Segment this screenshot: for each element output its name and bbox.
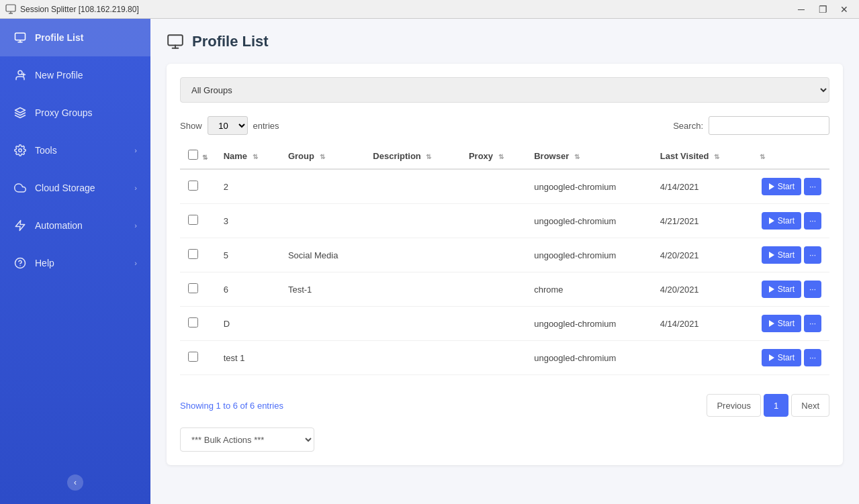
th-proxy[interactable]: Proxy ⇅ — [461, 143, 526, 169]
page-1-button[interactable]: 1 — [764, 394, 788, 417]
row-last-visited-cell: 4/21/2021 — [652, 204, 749, 238]
row-checkbox-2[interactable] — [188, 249, 198, 259]
row-checkbox-0[interactable] — [188, 181, 198, 191]
more-button-3[interactable]: ··· — [804, 281, 821, 298]
row-name-cell: 2 — [216, 169, 280, 204]
sidebar-item-help[interactable]: Help › — [0, 244, 150, 282]
app-icon — [5, 4, 16, 15]
page-header: Profile List — [167, 32, 843, 50]
row-checkbox-5[interactable] — [188, 352, 198, 362]
group-select[interactable]: All Groups — [180, 77, 829, 103]
chevron-right-icon: › — [134, 221, 137, 230]
title-bar: Session Splitter [108.162.219.80] ─ ❐ ✕ — [0, 0, 859, 19]
row-description-cell — [365, 204, 461, 238]
monitor-icon — [13, 31, 27, 44]
entries-select[interactable]: 102550100 — [208, 116, 248, 135]
action-btns: Start ··· — [757, 349, 821, 366]
sidebar-collapse-button[interactable]: ‹ — [67, 474, 83, 491]
search-label: Search: — [673, 121, 703, 131]
th-last-visited[interactable]: Last Visited ⇅ — [652, 143, 749, 169]
row-proxy-cell — [461, 307, 526, 341]
minimize-button[interactable]: ─ — [792, 2, 811, 17]
svg-marker-19 — [769, 252, 774, 258]
row-actions-cell: Start ··· — [749, 307, 829, 341]
start-button-5[interactable]: Start — [762, 349, 801, 366]
row-proxy-cell — [461, 169, 526, 204]
th-group[interactable]: Group ⇅ — [280, 143, 365, 169]
sort-icon-browser: ⇅ — [574, 153, 580, 160]
select-all-checkbox[interactable] — [188, 150, 198, 160]
start-button-2[interactable]: Start — [762, 246, 801, 264]
table-row: 5 Social Media ungoogled-chromium 4/20/2… — [180, 238, 829, 272]
sort-icon-proxy: ⇅ — [498, 153, 504, 160]
row-name-cell: 3 — [216, 204, 280, 238]
row-proxy-cell — [461, 238, 526, 272]
sidebar-item-cloud-storage[interactable]: Cloud Storage › — [0, 169, 150, 207]
row-actions-cell: Start ··· — [749, 169, 829, 204]
sidebar-item-automation[interactable]: Automation › — [0, 207, 150, 244]
bulk-actions-select[interactable]: *** Bulk Actions ***Delete SelectedExpor… — [180, 427, 314, 452]
search-box: Search: — [673, 116, 829, 135]
row-checkbox-4[interactable] — [188, 317, 198, 327]
start-button-3[interactable]: Start — [762, 281, 801, 298]
row-description-cell — [365, 341, 461, 375]
row-actions-cell: Start ··· — [749, 204, 829, 238]
col-last-visited-label: Last Visited — [660, 151, 709, 161]
row-last-visited-cell: 4/20/2021 — [652, 272, 749, 307]
col-browser-label: Browser — [534, 151, 569, 161]
sort-icon-name: ⇅ — [253, 153, 258, 160]
bulk-actions-row: *** Bulk Actions ***Delete SelectedExpor… — [180, 427, 829, 452]
next-button[interactable]: Next — [791, 394, 829, 417]
row-last-visited-cell: 4/14/2021 — [652, 307, 749, 341]
th-browser[interactable]: Browser ⇅ — [526, 143, 652, 169]
th-description[interactable]: Description ⇅ — [365, 143, 461, 169]
row-description-cell — [365, 307, 461, 341]
more-button-0[interactable]: ··· — [804, 178, 821, 195]
start-button-4[interactable]: Start — [762, 315, 801, 332]
play-icon — [768, 183, 775, 190]
zap-icon — [13, 219, 27, 232]
row-group-cell — [280, 204, 365, 238]
more-button-5[interactable]: ··· — [804, 349, 821, 366]
play-icon — [768, 320, 775, 327]
sidebar-item-label: New Profile — [35, 70, 83, 81]
row-checkbox-3[interactable] — [188, 283, 198, 293]
more-button-2[interactable]: ··· — [804, 246, 821, 264]
action-btns: Start ··· — [757, 281, 821, 298]
action-btns: Start ··· — [757, 212, 821, 230]
col-proxy-label: Proxy — [469, 151, 493, 161]
table-row: D ungoogled-chromium 4/14/2021 Start ··· — [180, 307, 829, 341]
showing-text: Showing 1 to 6 of 6 entries — [180, 401, 283, 411]
row-proxy-cell — [461, 341, 526, 375]
th-name[interactable]: Name ⇅ — [216, 143, 280, 169]
sidebar-item-tools[interactable]: Tools › — [0, 132, 150, 169]
start-button-0[interactable]: Start — [762, 178, 801, 195]
row-check-cell — [180, 238, 216, 272]
th-check[interactable]: ⇅ — [180, 143, 216, 169]
maximize-button[interactable]: ❐ — [813, 2, 832, 17]
col-name-label: Name — [224, 151, 247, 161]
more-button-4[interactable]: ··· — [804, 315, 821, 332]
more-button-1[interactable]: ··· — [804, 212, 821, 230]
table-row: 6 Test-1 chrome 4/20/2021 Start ··· — [180, 272, 829, 307]
sidebar-item-label: Proxy Groups — [35, 107, 93, 118]
title-bar-controls: ─ ❐ ✕ — [792, 2, 854, 17]
sidebar: Profile List New Profile Proxy Groups — [0, 19, 150, 504]
svg-rect-0 — [6, 5, 15, 11]
table-row: 2 ungoogled-chromium 4/14/2021 Start ··· — [180, 169, 829, 204]
search-input[interactable] — [709, 116, 829, 135]
row-browser-cell: chrome — [526, 272, 652, 307]
svg-marker-18 — [769, 217, 774, 224]
start-button-1[interactable]: Start — [762, 212, 801, 230]
row-browser-cell: ungoogled-chromium — [526, 341, 652, 375]
table-body: 2 ungoogled-chromium 4/14/2021 Start ···… — [180, 169, 829, 375]
sidebar-item-new-profile[interactable]: New Profile — [0, 56, 150, 94]
sidebar-item-proxy-groups[interactable]: Proxy Groups — [0, 94, 150, 132]
row-checkbox-1[interactable] — [188, 215, 198, 225]
sidebar-item-label: Cloud Storage — [35, 183, 95, 193]
previous-button[interactable]: Previous — [707, 394, 761, 417]
sidebar-item-profile-list[interactable]: Profile List — [0, 19, 150, 56]
table-controls: Show 102550100 entries Search: — [180, 116, 829, 135]
row-last-visited-cell — [652, 341, 749, 375]
close-button[interactable]: ✕ — [835, 2, 854, 17]
